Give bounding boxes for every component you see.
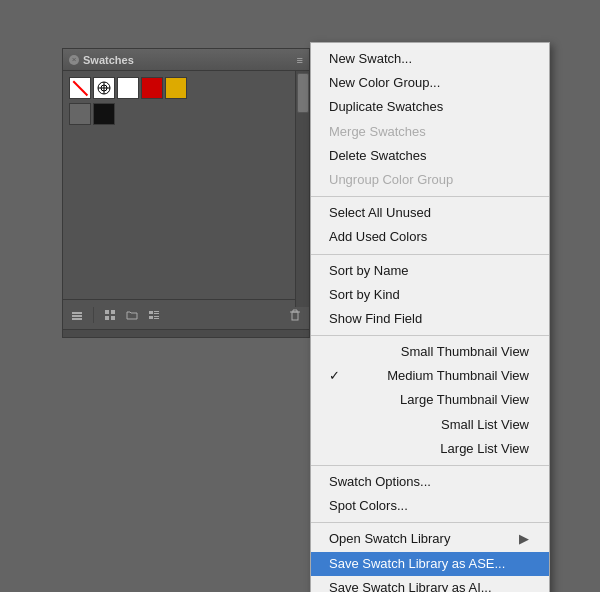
menu-item-label: Large List View <box>440 440 529 458</box>
svg-rect-14 <box>149 316 153 319</box>
check-icon <box>329 416 343 434</box>
menu-separator-1 <box>311 196 549 197</box>
check-icon <box>329 391 343 409</box>
menu-item-swatch-options[interactable]: Swatch Options... <box>311 470 549 494</box>
menu-item-spot-colors[interactable]: Spot Colors... <box>311 494 549 518</box>
menu-item-merge-swatches: Merge Swatches <box>311 120 549 144</box>
menu-item-save-ase[interactable]: Save Swatch Library as ASE... <box>311 552 549 576</box>
svg-rect-4 <box>72 318 82 320</box>
menu-item-save-ai[interactable]: Save Swatch Library as AI... <box>311 576 549 592</box>
panel-hscroll[interactable] <box>63 329 309 337</box>
svg-rect-11 <box>149 311 153 314</box>
swatches-grid <box>69 77 293 125</box>
list-icon[interactable] <box>146 307 162 323</box>
menu-item-open-swatch-library[interactable]: Open Swatch Library ▶ <box>311 527 549 551</box>
svg-rect-7 <box>105 310 109 314</box>
folder-icon[interactable] <box>124 307 140 323</box>
menu-item-large-thumbnail[interactable]: Large Thumbnail View <box>311 388 549 412</box>
trash-icon[interactable] <box>287 307 303 323</box>
svg-rect-5 <box>72 315 82 317</box>
menu-item-new-swatch[interactable]: New Swatch... <box>311 47 549 71</box>
swatch-dark-gray[interactable] <box>69 103 91 125</box>
svg-rect-13 <box>154 313 159 314</box>
swatch-yellow[interactable] <box>165 77 187 99</box>
svg-rect-9 <box>105 316 109 320</box>
menu-item-delete-swatches[interactable]: Delete Swatches <box>311 144 549 168</box>
menu-item-label: Swatch Options... <box>329 473 431 491</box>
menu-separator-3 <box>311 335 549 336</box>
panel-title-left: × Swatches <box>69 54 134 66</box>
menu-item-label: Select All Unused <box>329 204 431 222</box>
menu-item-add-used-colors[interactable]: Add Used Colors <box>311 225 549 249</box>
menu-item-small-thumbnail[interactable]: Small Thumbnail View <box>311 340 549 364</box>
menu-item-duplicate-swatches[interactable]: Duplicate Swatches <box>311 95 549 119</box>
menu-item-label: Sort by Name <box>329 262 408 280</box>
bottom-separator-1 <box>93 307 94 323</box>
panel-content <box>63 71 309 299</box>
menu-item-label: Duplicate Swatches <box>329 98 443 116</box>
menu-item-medium-thumbnail[interactable]: ✓ Medium Thumbnail View <box>311 364 549 388</box>
menu-item-label: Spot Colors... <box>329 497 408 515</box>
swatch-none[interactable] <box>69 77 91 99</box>
libraries-icon[interactable] <box>69 307 85 323</box>
menu-item-label: Save Swatch Library as ASE... <box>329 555 505 573</box>
panel-menu-button[interactable]: ≡ <box>297 54 303 66</box>
panel-scrollbar[interactable] <box>295 71 309 307</box>
submenu-arrow-icon: ▶ <box>519 530 529 548</box>
svg-rect-10 <box>111 316 115 320</box>
check-icon <box>329 440 343 458</box>
grid-icon[interactable] <box>102 307 118 323</box>
menu-item-label: Sort by Kind <box>329 286 400 304</box>
panel-close-button[interactable]: × <box>69 55 79 65</box>
menu-item-large-list[interactable]: Large List View <box>311 437 549 461</box>
panel-title: Swatches <box>83 54 134 66</box>
menu-item-label: Show Find Field <box>329 310 422 328</box>
svg-rect-12 <box>154 311 159 312</box>
swatch-red[interactable] <box>141 77 163 99</box>
swatch-black[interactable] <box>93 103 115 125</box>
menu-item-label: Small List View <box>441 416 529 434</box>
menu-item-label: New Color Group... <box>329 74 440 92</box>
svg-rect-16 <box>154 318 159 319</box>
svg-rect-17 <box>292 312 298 320</box>
menu-item-label: Open Swatch Library <box>329 530 450 548</box>
menu-separator-2 <box>311 254 549 255</box>
menu-item-label: Small Thumbnail View <box>401 343 529 361</box>
menu-item-sort-by-kind[interactable]: Sort by Kind <box>311 283 549 307</box>
registration-icon <box>97 81 111 95</box>
check-icon: ✓ <box>329 367 343 385</box>
menu-item-label: Merge Swatches <box>329 123 426 141</box>
menu-item-label: Ungroup Color Group <box>329 171 453 189</box>
swatch-registration[interactable] <box>93 77 115 99</box>
menu-separator-4 <box>311 465 549 466</box>
menu-item-ungroup-color-group: Ungroup Color Group <box>311 168 549 192</box>
menu-item-label: Save Swatch Library as AI... <box>329 579 492 592</box>
panel-bottom-bar <box>63 299 309 329</box>
swatch-white[interactable] <box>117 77 139 99</box>
svg-rect-6 <box>72 312 82 314</box>
svg-rect-8 <box>111 310 115 314</box>
menu-item-sort-by-name[interactable]: Sort by Name <box>311 259 549 283</box>
svg-rect-15 <box>154 316 159 317</box>
menu-item-label: Medium Thumbnail View <box>387 367 529 385</box>
check-icon <box>329 343 343 361</box>
menu-item-show-find-field[interactable]: Show Find Field <box>311 307 549 331</box>
menu-item-select-all-unused[interactable]: Select All Unused <box>311 201 549 225</box>
menu-separator-5 <box>311 522 549 523</box>
panel-titlebar: × Swatches ≡ <box>63 49 309 71</box>
scrollbar-thumb[interactable] <box>297 73 309 113</box>
menu-item-label: New Swatch... <box>329 50 412 68</box>
menu-item-new-color-group[interactable]: New Color Group... <box>311 71 549 95</box>
swatches-panel: × Swatches ≡ <box>62 48 310 338</box>
context-menu: New Swatch... New Color Group... Duplica… <box>310 42 550 592</box>
menu-item-label: Delete Swatches <box>329 147 427 165</box>
menu-item-small-list[interactable]: Small List View <box>311 413 549 437</box>
menu-item-label: Add Used Colors <box>329 228 427 246</box>
menu-item-label: Large Thumbnail View <box>400 391 529 409</box>
